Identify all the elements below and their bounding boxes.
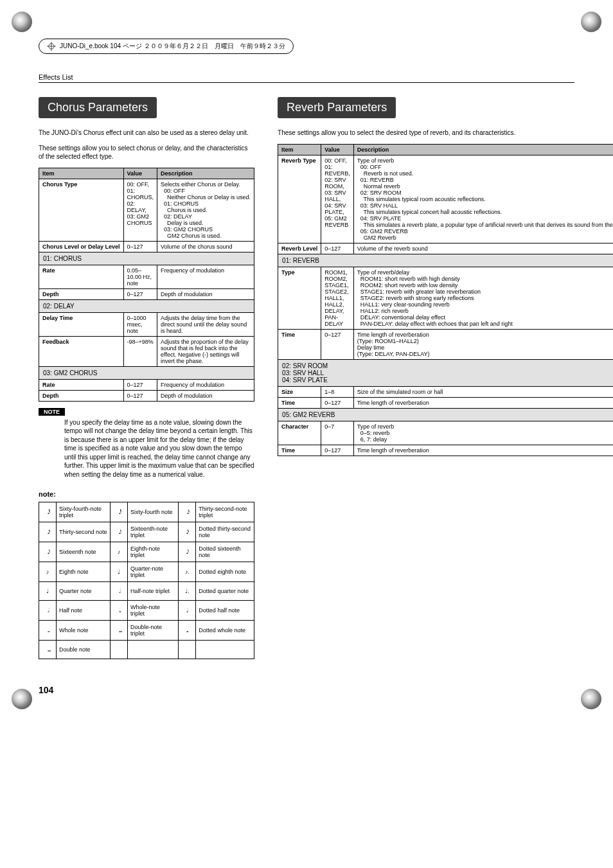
table-row: Chorus Type 00: OFF, 01: CHORUS, 02: DEL… [39,179,254,241]
note-label: note: [39,490,254,498]
chorus-intro-2: These settings allow you to select choru… [39,144,254,161]
print-mark-tr [578,12,601,35]
note-text: If you specify the delay time as a note … [64,418,254,479]
table-row: Time 0–127 Time length of reverberation [278,397,613,408]
reverb-title: Reverb Parameters [278,97,396,118]
table-row: Delay Time 0–1000 msec, note Adjusts the… [39,312,254,336]
section-label: Effects List [39,73,574,81]
table-row: 𝅘𝅥𝅮Sixteenth note ♪Eighth-note triplet 𝅘… [39,542,254,562]
reverb-intro: These settings allow you to select the d… [278,128,613,137]
left-column: Chorus Parameters The JUNO-Di's Chorus e… [39,97,254,659]
table-row: Rate 0–127 Frequency of modulation [39,379,254,390]
table-row: 𝅝Whole note 𝅜Double-note triplet 𝅝.Dotte… [39,621,254,641]
note-icon: ♩ [111,562,128,582]
table-row: Rate 0.05–10.00 Hz, note Frequency of mo… [39,265,254,288]
registration-mark-icon [47,42,56,51]
note-icon: 𝅝 [39,621,57,641]
note-icon [179,641,196,659]
print-mark-br [578,686,601,709]
note-icon: 𝅜 [111,621,128,641]
table-row: Character 0–7 Type of reverb 0–5: reverb… [278,421,613,445]
note-icon: ♩. [179,582,196,601]
table-row: Type ROOM1, ROOM2, STAGE1, STAGE2, HALL1… [278,267,613,329]
table-row: 𝅗𝅥Half note 𝅝Whole-note triplet 𝅗𝅥.Dotte… [39,601,254,621]
col-value: Value [123,168,157,179]
table-row: Time 0–127 Time length of reverberation [278,445,613,456]
table-row: 𝅜Double note [39,641,254,659]
page-number: 104 [39,685,574,695]
note-values-table: 𝅘𝅥𝅰Sixty-fourth-note triplet 𝅘𝅥𝅰Sixty-fo… [39,502,254,659]
note-icon: 𝅘𝅥𝅯 [39,522,57,542]
table-row: ♪Eighth note ♩Quarter-note triplet ♪.Dot… [39,562,254,582]
note-icon: 𝅗𝅥 [39,601,57,621]
note-icon: 𝅗𝅥 [111,582,128,601]
chorus-intro-1: The JUNO-Di's Chorus effect unit can als… [39,128,254,137]
table-row: Chorus Level or Delay Level 0–127 Volume… [39,241,254,252]
subhead-01-chorus: 01: CHORUS [39,252,254,265]
cell-item: Chorus Level or Delay Level [39,241,124,252]
note-icon: 𝅘𝅥𝅮 [111,522,128,542]
note-icon: 𝅘𝅥𝅮 [39,542,57,562]
note-icon: 𝅝. [179,621,196,641]
col-item: Item [278,144,321,155]
print-mark-bl [12,686,35,709]
table-row: 𝅘𝅥𝅰Sixty-fourth-note triplet 𝅘𝅥𝅰Sixty-fo… [39,502,254,522]
table-row: Depth 0–127 Depth of modulation [39,288,254,299]
note-icon: ♪. [179,562,196,582]
print-mark-tl [12,12,35,35]
note-icon: ♪ [39,562,57,582]
cell-desc: Volume of the chorus sound [157,241,254,252]
book-header-text: JUNO-Di_e.book 104 ページ ２００９年６月２２日 月曜日 午前… [60,42,285,51]
note-icon: 𝅘𝅥𝅯 [179,502,196,522]
note-icon: ♩ [39,582,57,601]
table-row: Reverb Level 0–127 Volume of the reverb … [278,243,613,254]
cell-item: Chorus Type [39,179,124,241]
note-icon: 𝅘𝅥𝅰 [111,502,128,522]
note-icon: 𝅗𝅥. [179,601,196,621]
col-desc: Description [353,144,613,155]
table-row: ♩Quarter note 𝅗𝅥Half-note triplet ♩.Dott… [39,582,254,601]
cell-value: 0–127 [123,241,157,252]
cell-desc: Selects either Chorus or Delay. 00: OFF … [157,179,254,241]
note-icon: 𝅘𝅥𝅮. [179,542,196,562]
note-icon: 𝅘𝅥𝅯. [179,522,196,542]
note-icon: 𝅝 [111,601,128,621]
table-row: Reverb Type 00: OFF, 01: REVERB, 02: SRV… [278,155,613,243]
chorus-table: Item Value Description Chorus Type 00: O… [39,168,254,402]
subhead-02-04-srv: 02: SRV ROOM 03: SRV HALL 04: SRV PLATE [278,359,613,386]
col-desc: Description [157,168,254,179]
table-row: 𝅘𝅥𝅯Thirty-second note 𝅘𝅥𝅮Sixteenth-note … [39,522,254,542]
note-icon: 𝅘𝅥𝅰 [39,502,57,522]
section-rule [39,82,574,83]
note-badge: NOTE [39,408,65,416]
note-icon: 𝅜 [39,641,57,659]
subhead-05-gm2reverb: 05: GM2 REVERB [278,408,613,421]
col-value: Value [321,144,354,155]
note-icon [111,641,128,659]
subhead-03-gm2chorus: 03: GM2 CHORUS [39,366,254,379]
right-column: Reverb Parameters These settings allow y… [278,97,613,659]
table-row: Feedback -98–+98% Adjusts the proportion… [39,336,254,366]
cell-value: 00: OFF, 01: CHORUS, 02: DELAY, 03: GM2 … [123,179,157,241]
table-row: Time 0–127 Time length of reverberation … [278,329,613,359]
note-icon: ♪ [111,542,128,562]
reverb-table: Item Value Description Reverb Type 00: O… [278,144,613,456]
subhead-01-reverb: 01: REVERB [278,254,613,267]
table-row: Depth 0–127 Depth of modulation [39,390,254,401]
col-item: Item [39,168,124,179]
chorus-title: Chorus Parameters [39,97,157,118]
table-row: Size 1–8 Size of the simulated room or h… [278,386,613,397]
subhead-02-delay: 02: DELAY [39,299,254,312]
book-header: JUNO-Di_e.book 104 ページ ２００９年６月２２日 月曜日 午前… [39,39,294,54]
